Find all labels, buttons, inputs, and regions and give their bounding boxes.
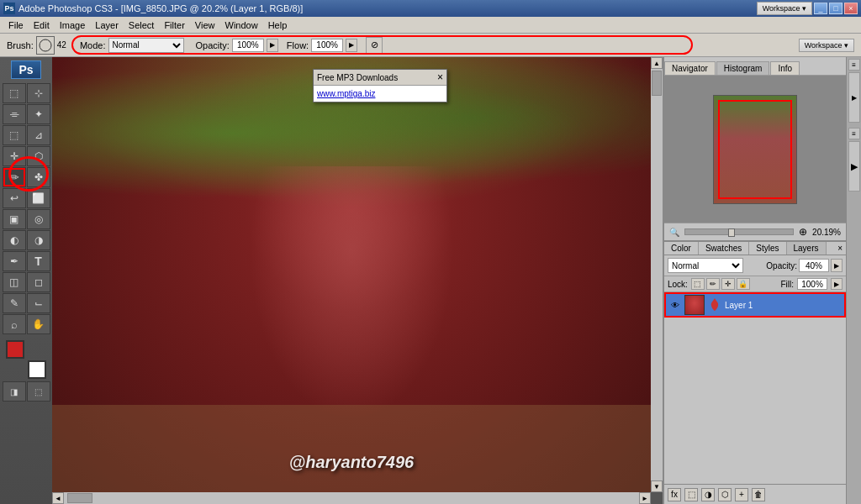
layers-options: Normal Opacity: ▶ [664, 255, 846, 276]
magic-wand-tool[interactable]: ✦ [27, 104, 50, 124]
canvas-scrollbar-v[interactable]: ▲ ▼ [651, 57, 663, 492]
flow-arrow[interactable]: ▶ [346, 39, 357, 52]
zoom-slider-thumb[interactable] [728, 228, 735, 237]
measure-tool[interactable]: ⌙ [27, 293, 50, 313]
layers-lock-row: Lock: ⬚ ✏ ✛ 🔒 Fill: ▶ [664, 276, 846, 292]
group-btn[interactable]: ⬡ [718, 488, 732, 501]
mask-btn[interactable]: ⬚ [684, 488, 698, 501]
heal-tool[interactable]: ✛ [3, 146, 26, 166]
mode-select[interactable]: Normal [108, 38, 184, 53]
restore-btn[interactable]: □ [829, 3, 843, 14]
shape-tool[interactable]: ◻ [27, 272, 50, 292]
burn-tool[interactable]: ◑ [27, 230, 50, 250]
crop-tool[interactable]: ⬚ [3, 125, 26, 145]
lock-all-btn[interactable]: 🔒 [737, 278, 750, 290]
opacity-arrow-btn[interactable]: ▶ [831, 259, 843, 272]
zoom-in-icon[interactable]: ⊕ [799, 226, 807, 238]
scroll-up-btn[interactable]: ▲ [651, 57, 663, 69]
bg-color-swatch[interactable] [28, 360, 46, 379]
lock-image-btn[interactable]: ✏ [706, 278, 720, 290]
info-tab[interactable]: Info [770, 61, 800, 75]
menu-filter[interactable]: Filter [159, 18, 189, 32]
flow-input[interactable] [311, 39, 343, 52]
blur-tool[interactable]: ◎ [27, 209, 50, 229]
layers-tab[interactable]: Layers [787, 242, 827, 255]
opacity-value-input[interactable] [799, 259, 829, 272]
zoom-slider[interactable] [684, 228, 794, 235]
scroll-thumb-h[interactable] [67, 493, 92, 503]
histogram-tab[interactable]: Histogram [716, 61, 770, 75]
blend-mode-select[interactable]: Normal [668, 258, 743, 273]
move-tool[interactable]: ⊹ [27, 83, 50, 103]
color-tab[interactable]: Color [664, 242, 699, 255]
panel-expand-btn[interactable]: ▶ [848, 72, 860, 123]
styles-tab[interactable]: Styles [749, 242, 786, 255]
new-layer-btn[interactable]: + [735, 488, 748, 501]
adjustment-btn[interactable]: ◑ [701, 488, 715, 501]
lock-position-btn[interactable]: ✛ [721, 278, 735, 290]
rcs-btn-2[interactable]: ≡ [848, 128, 860, 139]
scroll-down-btn[interactable]: ▼ [651, 480, 663, 492]
path-tool[interactable]: ◫ [3, 272, 26, 292]
ad-close-btn[interactable]: × [437, 71, 443, 83]
minimize-btn[interactable]: _ [814, 3, 827, 14]
lock-transparent-btn[interactable]: ⬚ [691, 278, 705, 290]
navigator-tab[interactable]: Navigator [664, 61, 716, 75]
menu-view[interactable]: View [190, 18, 220, 32]
quick-mask-btn[interactable]: ◨ [3, 381, 26, 402]
layer-1-visibility[interactable]: 👁 [669, 299, 681, 311]
menu-select[interactable]: Select [124, 18, 160, 32]
zoom-tool[interactable]: ⌕ [3, 314, 26, 334]
fg-color-swatch[interactable] [6, 340, 24, 359]
menu-file[interactable]: File [3, 18, 29, 32]
layers-close-btn[interactable]: × [834, 242, 846, 255]
marquee-tool[interactable]: ⬚ [3, 83, 26, 103]
clone-tool[interactable]: ✤ [27, 167, 50, 187]
nav-view-border [718, 100, 792, 199]
screen-mode-btn[interactable]: ⬚ [27, 381, 50, 402]
hand-tool[interactable]: ✋ [27, 314, 50, 334]
menu-layer[interactable]: Layer [90, 18, 124, 32]
airbrush-btn[interactable]: ⊘ [366, 37, 383, 54]
menu-window[interactable]: Window [220, 18, 263, 32]
delete-layer-btn[interactable]: 🗑 [752, 488, 765, 501]
canvas-scrollbar-h[interactable]: ◄ ► [52, 492, 651, 504]
fill-value-input[interactable] [797, 278, 827, 290]
notes-tool[interactable]: ✎ [3, 293, 26, 313]
menu-help[interactable]: Help [263, 18, 293, 32]
ps-icon: Ps [3, 3, 15, 14]
fx-btn[interactable]: fx [668, 488, 681, 501]
workspace-btn[interactable]: Workspace ▾ [757, 2, 812, 15]
scroll-thumb-v[interactable] [652, 71, 662, 96]
dodge-tool[interactable]: ◐ [3, 230, 26, 250]
patch-tool[interactable]: ⬡ [27, 146, 50, 166]
lasso-tool[interactable]: ⌯ [3, 104, 26, 124]
panel-expand-btn-2[interactable]: ▶ [848, 141, 860, 192]
canvas-content[interactable]: @haryanto7496 [52, 57, 651, 492]
eraser-tool[interactable]: ⬜ [27, 188, 50, 208]
scroll-left-btn[interactable]: ◄ [52, 492, 64, 504]
gradient-tool[interactable]: ▣ [3, 209, 26, 229]
swatches-tab[interactable]: Swatches [699, 242, 749, 255]
type-tool[interactable]: T [27, 251, 50, 271]
opacity-input[interactable] [232, 39, 264, 52]
scroll-right-btn[interactable]: ► [639, 492, 651, 504]
close-btn[interactable]: × [844, 3, 858, 14]
opacity-arrow[interactable]: ▶ [267, 39, 278, 52]
tool-row-6: ↩ ⬜ [3, 188, 50, 208]
ad-url[interactable]: www.mptiga.biz [314, 86, 446, 102]
fill-arrow-btn[interactable]: ▶ [831, 278, 843, 290]
navigator-panel: Navigator Histogram Info 🔍 [664, 57, 846, 242]
pen-tool[interactable]: ✒ [3, 251, 26, 271]
menu-image[interactable]: Image [55, 18, 91, 32]
layer-1-item[interactable]: 👁 Layer 1 [664, 292, 846, 318]
brush-picker[interactable] [36, 36, 55, 55]
history-brush-tool[interactable]: ↩ [3, 188, 26, 208]
workspace-btn2[interactable]: Workspace ▾ [799, 39, 854, 52]
rcs-btn-1[interactable]: ≡ [848, 59, 860, 71]
zoom-out-icon[interactable]: 🔍 [669, 228, 679, 237]
eyedropper-tool[interactable]: ⊿ [27, 125, 50, 145]
brush-tool[interactable]: ✏ [3, 167, 26, 187]
menu-edit[interactable]: Edit [29, 18, 55, 32]
canvas-area: @haryanto7496 ▲ ▼ ◄ ► [52, 57, 663, 504]
